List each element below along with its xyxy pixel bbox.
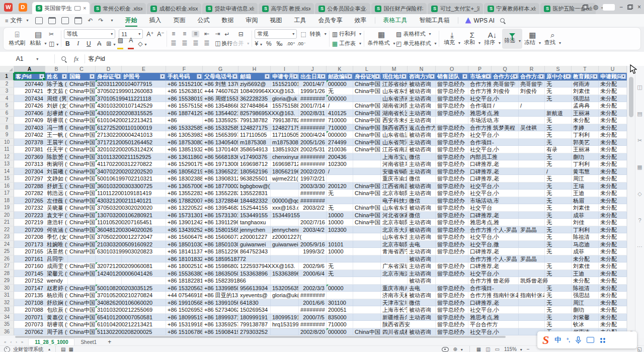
cell-R20[interactable] xyxy=(519,212,545,219)
column-header-B[interactable]: B xyxy=(45,66,68,73)
cell-T25[interactable]: 成菲 xyxy=(572,248,599,255)
cell-H18[interactable]: 184482332 xyxy=(238,197,271,205)
cell-M11[interactable]: 江苏省南京 xyxy=(381,146,408,153)
cell-T10[interactable]: 郭美艺 xyxy=(572,139,599,146)
fullscreen-icon[interactable]: ◱ xyxy=(637,346,642,352)
cell-A11[interactable]: 207381 xyxy=(14,146,45,153)
cell-I21[interactable] xyxy=(271,219,299,226)
cell-T17[interactable]: 王迪 xyxy=(572,190,599,197)
cell-Q5[interactable]: / xyxy=(492,102,519,110)
cell-T2[interactable]: 何雨涛 xyxy=(572,80,599,88)
row-number-2[interactable]: 2 xyxy=(0,80,14,88)
cell-Q30[interactable] xyxy=(492,285,519,292)
cell-U20[interactable]: 未分配 xyxy=(599,212,627,219)
tab-效率[interactable]: 效率 xyxy=(349,14,373,27)
cell-I4[interactable]: gloria@uk xyxy=(271,95,299,103)
tab-视图[interactable]: 视图 xyxy=(264,14,288,27)
insert-function-icon[interactable]: fx xyxy=(74,55,78,63)
cell-O13[interactable]: 留学总经办 xyxy=(436,160,468,168)
cell-U18[interactable]: 未分配 xyxy=(599,197,627,205)
cell-L28[interactable] xyxy=(353,270,381,278)
cell-F11[interactable]: +86 13851932 xyxy=(166,146,203,153)
cell-C8[interactable]: China中国 xyxy=(68,124,96,132)
cell-J18[interactable]: ######## xyxy=(299,197,327,205)
cell-M26[interactable] xyxy=(381,255,408,263)
cell-O5[interactable]: 留学总经办 xyxy=(436,102,468,110)
outline-icon[interactable]: ▦ xyxy=(68,346,73,352)
cell-T22[interactable]: 丁利利 xyxy=(572,226,599,234)
filter-dropdown-icon[interactable]: ▾ xyxy=(39,74,44,79)
column-header-J[interactable]: J xyxy=(299,66,327,73)
cell-G27[interactable]: +86 1598680233 xyxy=(203,262,238,270)
account-box[interactable] xyxy=(603,4,615,11)
cell-A23[interactable]: 207208 xyxy=(14,233,45,241)
comment-panel-icon[interactable]: ▤ xyxy=(637,111,642,117)
name-box[interactable]: A1 ▾ xyxy=(0,55,54,62)
cell-I17[interactable] xyxy=(271,190,299,197)
cell-B17[interactable]: 韩浩远 (男 xyxy=(45,190,68,197)
file-tab[interactable]: S宁夏教师样本.xlsx xyxy=(484,3,539,14)
comma-style-button[interactable]: ‰ xyxy=(276,40,283,47)
cell-A27[interactable]: 207160 xyxy=(14,262,45,270)
cell-I13[interactable]: 169698712 xyxy=(271,160,299,168)
cell-Q26[interactable]: 个人-罗晶 xyxy=(492,255,519,263)
cell-P20[interactable]: 口碑推荐,老 xyxy=(468,212,492,219)
help-icon[interactable]: ? xyxy=(638,217,641,223)
cell-F5[interactable]: +86 15575158 xyxy=(166,102,203,110)
cell-U15[interactable]: 未分配 xyxy=(599,175,627,183)
cell-P19[interactable]: 社交平台 xyxy=(468,204,492,212)
cell-K24[interactable]: 10101 xyxy=(327,241,353,248)
cell-P26[interactable]: 合作方推荐 xyxy=(468,255,492,263)
cell-P12[interactable]: 内部员工推 xyxy=(468,153,492,161)
cell-O27[interactable]: 留学总经办 xyxy=(436,262,468,270)
cell-K2[interactable]: 000000 xyxy=(327,80,353,88)
cell-C25[interactable]: China中国 xyxy=(68,248,96,255)
tab-数据[interactable]: 数据 xyxy=(216,14,240,27)
cell-F21[interactable]: +86 13901242 xyxy=(166,219,203,226)
cell-K10[interactable]: 274499 xyxy=(327,139,353,146)
cell-H17[interactable]: 135522831 xyxy=(238,190,271,197)
cell-L15[interactable] xyxy=(353,175,381,183)
cell-B29[interactable]: wendy xyxy=(45,277,68,285)
cell-F28[interactable]: +86 15536380 xyxy=(166,270,203,278)
tab-审阅[interactable]: 审阅 xyxy=(240,14,264,27)
cell-B35[interactable]: 胡睿琪 (女 xyxy=(45,321,68,328)
horizontal-scroll-thumb[interactable] xyxy=(15,336,506,338)
cell-D23[interactable]: 370502200012272047 xyxy=(96,233,122,241)
sheet-tab-Sheet1[interactable]: Sheet1 xyxy=(74,338,103,345)
distribute-icon[interactable]: ◫ xyxy=(214,40,221,47)
cell-B6[interactable]: 彭睿婧 (女 xyxy=(45,110,68,117)
cell-F33[interactable]: +86 15026953 xyxy=(166,306,203,314)
filter-dropdown-icon[interactable]: ▾ xyxy=(539,74,544,79)
cell-A8[interactable]: 207403 xyxy=(14,124,45,132)
next-sheet-icon[interactable]: › xyxy=(16,340,17,344)
cell-P32[interactable]: 口碑推荐,老 xyxy=(468,299,492,307)
cell-P23[interactable]: 社交平台,小 xyxy=(468,233,492,241)
cell-N32[interactable]: 微信 xyxy=(408,299,436,307)
cell-I34[interactable]: 180995191 xyxy=(271,314,299,321)
cell-B33[interactable]: 包欣辰 (女 xyxy=(45,306,68,314)
cell-H32[interactable]: 641830 xyxy=(238,299,271,307)
cell-F29[interactable]: +86 18182281 xyxy=(166,277,203,285)
cell-C22[interactable]: China中国 xyxy=(68,226,96,234)
cell-L32[interactable] xyxy=(353,299,381,307)
cell-L21[interactable]: China中国 xyxy=(353,219,381,226)
cell-N31[interactable]: 被动咨询 xyxy=(408,292,436,299)
cell-J26[interactable] xyxy=(299,255,327,263)
cell-L13[interactable] xyxy=(353,160,381,168)
cell-K8[interactable]: 710000 xyxy=(327,124,353,132)
header-cell-U1[interactable]: 申请顾问▾ xyxy=(599,73,627,80)
查找-button[interactable]: ⌕查找 ▾ xyxy=(542,29,562,49)
cell-K14[interactable]: / xyxy=(327,168,353,175)
cell-I25[interactable] xyxy=(271,248,299,255)
cell-O19[interactable]: 留学总经办 xyxy=(436,204,468,212)
cell-S20[interactable]: 无 xyxy=(545,212,572,219)
填充-button[interactable]: ⤓填充 ▾ xyxy=(442,29,462,49)
spreadsheet-grid[interactable]: ABCDEFGHIJKLMNOPQRSTU1客户id▾姓名▾国籍▾身份证号▾护照… xyxy=(0,66,627,335)
cell-U34[interactable]: 未分配 xyxy=(599,314,627,321)
number-format-select[interactable]: 常规▾ xyxy=(255,29,297,39)
cell-N26[interactable]: 被动咨询 xyxy=(408,255,436,263)
cell-K29[interactable] xyxy=(327,277,353,285)
cell-S19[interactable]: 无 xyxy=(545,204,572,212)
zoom-level[interactable]: 115% ▾ xyxy=(504,346,522,352)
